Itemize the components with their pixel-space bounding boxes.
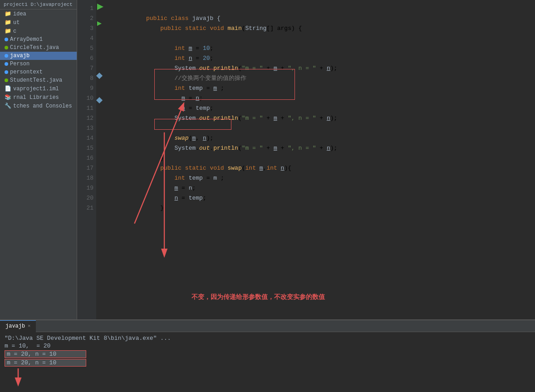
class-icon bbox=[5, 70, 8, 74]
tab-javajb[interactable]: javajb ✕ bbox=[0, 320, 36, 332]
sidebar-item-iml[interactable]: 📄 vaproject1.iml bbox=[0, 84, 77, 93]
iml-icon: 📄 bbox=[5, 85, 11, 92]
run-button-2[interactable] bbox=[97, 21, 102, 26]
sidebar-item-libraries[interactable]: 📚 rnal Libraries bbox=[0, 93, 77, 102]
console-out-2: m = 20, n = 10 bbox=[5, 350, 530, 359]
bottom-panel: javajb ✕ "D:\Java SE Development Kit 8\b… bbox=[0, 319, 535, 392]
code-line-18: m = n; bbox=[111, 173, 535, 183]
class-icon bbox=[5, 54, 8, 58]
code-line-5: int n = 20; bbox=[111, 44, 535, 54]
breakpoint-line9[interactable] bbox=[96, 73, 103, 79]
console-arrow bbox=[5, 368, 32, 387]
code-line-1: public class javajb { bbox=[111, 4, 535, 14]
code-container: 12345 678910 1112131415 1617181920 21 bbox=[77, 0, 535, 319]
code-line-10: n = temp; bbox=[111, 93, 535, 103]
lib-icon: 📚 bbox=[5, 94, 11, 101]
code-line-2: public static void main(String[] args) { bbox=[111, 14, 535, 24]
editor-area: 12345 678910 1112131415 1617181920 21 bbox=[77, 0, 535, 319]
sidebar-item-arraydemo1[interactable]: ArrayDemo1 bbox=[0, 35, 77, 44]
code-line-8: int temp = m ; bbox=[111, 74, 535, 83]
folder-icon: 📁 bbox=[5, 10, 11, 17]
folder-icon: 📁 bbox=[5, 28, 11, 34]
sidebar-item-studenttest[interactable]: StudentTest.java bbox=[0, 76, 77, 84]
sidebar-item-c[interactable]: 📁 c bbox=[0, 27, 77, 35]
breakpoint-line13[interactable] bbox=[96, 97, 103, 103]
code-line-15: } bbox=[111, 143, 535, 153]
code-line-3 bbox=[111, 24, 535, 34]
highlighted-output-1: m = 20, n = 10 bbox=[5, 350, 86, 358]
code-line-14: System.out.println("m = " + m + ", n = "… bbox=[111, 133, 535, 143]
code-line-17: int temp = m ; bbox=[111, 163, 535, 173]
code-content[interactable]: public class javajb { public static void… bbox=[109, 0, 535, 319]
code-line-16: public static void swap(int m,int n){ bbox=[111, 153, 535, 163]
folder-icon: 📁 bbox=[5, 19, 11, 26]
bottom-tabs: javajb ✕ bbox=[0, 320, 535, 332]
project-title: project1 D:\javaproject bbox=[0, 0, 77, 10]
sidebar-item-scratches[interactable]: 🔧 tches and Consoles bbox=[0, 102, 77, 110]
sidebar-item-ut[interactable]: 📁 ut bbox=[0, 18, 77, 27]
code-line-13: swap(m, n); bbox=[111, 123, 535, 133]
scratch-icon: 🔧 bbox=[5, 103, 11, 109]
tab-label: javajb bbox=[5, 320, 25, 332]
code-line-12 bbox=[111, 113, 535, 123]
annotation-no-change: 不变，因为传递给形参数值，不改变实参的数值 bbox=[191, 293, 325, 301]
sidebar-item-idea[interactable]: 📁 idea bbox=[0, 10, 77, 18]
sidebar-item-javajb[interactable]: javajb bbox=[0, 52, 77, 60]
code-line-4: int m = 10; bbox=[111, 34, 535, 44]
code-line-19: n = temp; bbox=[111, 183, 535, 193]
tab-close-button[interactable]: ✕ bbox=[28, 320, 30, 332]
java-icon bbox=[5, 78, 8, 82]
java-icon bbox=[5, 46, 8, 49]
console-output: "D:\Java SE Development Kit 8\bin\java.e… bbox=[0, 332, 535, 389]
highlighted-output-2: m = 20, n = 10 bbox=[5, 359, 86, 367]
run-buttons bbox=[96, 0, 109, 319]
main-area: project1 D:\javaproject 📁 idea 📁 ut 📁 c … bbox=[0, 0, 535, 319]
line-numbers: 12345 678910 1112131415 1617181920 21 bbox=[77, 0, 96, 319]
code-line-21 bbox=[111, 203, 535, 213]
sidebar-item-circletest[interactable]: CircleTest.java bbox=[0, 44, 77, 52]
sidebar-item-persontext[interactable]: persontext bbox=[0, 68, 77, 76]
code-line-7: //交换两个变量的值的操作 bbox=[111, 64, 535, 74]
sidebar-item-person[interactable]: Person bbox=[0, 60, 77, 68]
class-icon bbox=[5, 38, 8, 41]
class-icon bbox=[5, 62, 8, 66]
run-button-1[interactable] bbox=[97, 4, 103, 10]
console-out-3: m = 20, n = 10 bbox=[5, 359, 530, 368]
console-out-1: m = 10, = 20 bbox=[5, 343, 530, 349]
code-line-9: m = n; bbox=[111, 83, 535, 93]
sidebar: project1 D:\javaproject 📁 idea 📁 ut 📁 c … bbox=[0, 0, 77, 319]
console-cmd: "D:\Java SE Development Kit 8\bin\java.e… bbox=[5, 335, 530, 342]
code-line-6: System.out.println("m = " + m + ", n = "… bbox=[111, 54, 535, 64]
code-line-11: System.out.println("m = " + m + ", n = "… bbox=[111, 103, 535, 113]
code-line-20: } bbox=[111, 193, 535, 203]
